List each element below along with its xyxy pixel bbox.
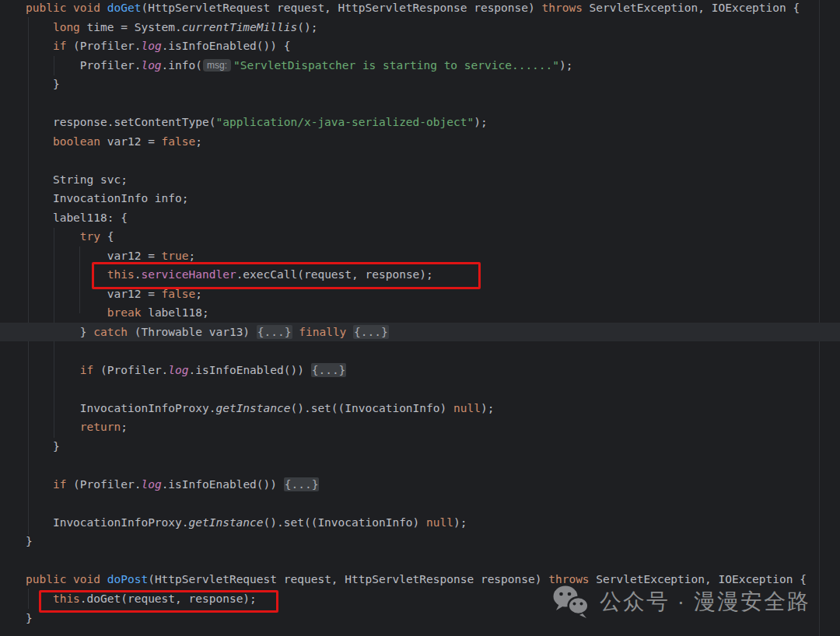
code-line[interactable]: long time = System.currentTimeMillis(); (0, 18, 840, 37)
code-line[interactable] (0, 151, 840, 170)
code-token: } (26, 440, 60, 453)
code-line[interactable]: label118: { (0, 208, 840, 228)
code-token: log (141, 478, 161, 491)
code-token: null (453, 402, 481, 414)
code-token: ; (121, 421, 128, 433)
code-token: break (107, 306, 142, 319)
annotation-box-highlight-execCall (92, 262, 481, 289)
code-token: label118: { (26, 211, 128, 224)
code-line[interactable] (0, 551, 840, 571)
code-token: false (162, 288, 196, 300)
code-token: (); (297, 21, 317, 33)
code-token: "application/x-java-serialized-object" (215, 116, 474, 128)
code-token: getInstance (189, 516, 264, 529)
code-token: public void (26, 573, 107, 585)
code-token: InvocationInfoProxy. (26, 516, 189, 529)
code-token: .isInfoEnabled()) (189, 364, 311, 376)
code-token: true (162, 250, 189, 262)
code-token: log (141, 59, 161, 72)
code-line-current[interactable]: } catch (Throwable var13) {...} finally … (0, 323, 840, 342)
code-token: catch (93, 326, 128, 338)
code-token: log (141, 40, 161, 52)
code-line[interactable]: } (0, 437, 840, 456)
code-token (26, 364, 80, 376)
code-line[interactable]: public void doPost(HttpServletRequest re… (0, 570, 840, 589)
code-token: ); (481, 402, 494, 414)
code-line[interactable]: if (Profiler.log.isInfoEnabled()) {...} (0, 361, 840, 380)
code-line[interactable]: } (0, 532, 840, 551)
code-token: (Profiler. (93, 364, 168, 376)
code-token: Profiler. (26, 59, 141, 72)
code-token: throws (541, 2, 582, 14)
code-token: ServletException, IOException { (583, 2, 800, 14)
code-line[interactable]: String svc; (0, 170, 840, 190)
code-token: try (80, 230, 100, 243)
code-line[interactable]: public void doGet(HttpServletRequest req… (0, 0, 840, 18)
code-token: } (26, 326, 93, 338)
code-token (292, 326, 299, 338)
inline-hint-badge: msg: (203, 59, 231, 72)
code-line[interactable] (0, 341, 840, 361)
code-token: if (53, 478, 66, 491)
code-token: return (80, 421, 121, 433)
folded-code-badge[interactable]: {...} (284, 477, 320, 491)
code-line[interactable]: return; (0, 418, 840, 437)
code-line[interactable]: boolean var12 = false; (0, 132, 840, 152)
folded-code-badge[interactable]: {...} (311, 363, 347, 377)
code-line[interactable]: try { (0, 227, 840, 246)
code-token: throws (548, 573, 589, 585)
code-token: response.setContentType( (26, 116, 215, 128)
code-token: doGet (107, 2, 142, 14)
code-token: false (162, 135, 196, 148)
code-line[interactable]: Profiler.log.info(msg:"ServletDispatcher… (0, 56, 840, 75)
code-token: public void (26, 2, 107, 14)
code-token: finally (299, 326, 346, 338)
code-token: getInstance (215, 402, 290, 414)
code-line[interactable]: response.setContentType("application/x-j… (0, 113, 840, 132)
code-token (26, 21, 53, 33)
code-token: (Throwable var13) (128, 326, 257, 338)
code-token: doPost (107, 573, 148, 585)
code-token: ); (474, 116, 487, 128)
code-line[interactable] (0, 494, 840, 513)
code-token: ().set((InvocationInfo) (290, 402, 453, 414)
code-token: (Profiler. (66, 40, 141, 52)
code-line[interactable]: InvocationInfo info; (0, 189, 840, 208)
code-line[interactable]: InvocationInfoProxy.getInstance().set((I… (0, 399, 840, 418)
code-token (26, 421, 80, 433)
code-token (346, 326, 353, 338)
code-area[interactable]: public void doGet(HttpServletRequest req… (0, 0, 840, 627)
code-line[interactable] (0, 379, 840, 399)
code-token: { (100, 230, 114, 243)
code-token: var12 = (26, 250, 162, 262)
code-token: ); (559, 59, 572, 72)
code-token: if (80, 364, 93, 376)
code-token (26, 306, 107, 319)
code-token: if (53, 40, 66, 52)
code-token: currentTimeMillis (182, 21, 297, 33)
code-line[interactable] (0, 94, 840, 114)
code-line[interactable]: } (0, 75, 840, 94)
code-line[interactable]: break label118; (0, 303, 840, 323)
code-token: boolean (53, 135, 100, 148)
code-token: ; (189, 250, 196, 262)
code-token: } (26, 612, 33, 624)
code-token: .info( (162, 59, 202, 72)
code-token: time = System. (80, 21, 182, 33)
code-editor[interactable]: public void doGet(HttpServletRequest req… (0, 0, 840, 636)
code-token: log (168, 364, 188, 376)
code-token: label118; (141, 306, 208, 319)
code-token: var12 = (26, 288, 162, 300)
code-token (26, 478, 53, 491)
code-line[interactable]: if (Profiler.log.isInfoEnabled()) { (0, 37, 840, 56)
code-token: (Profiler. (66, 478, 141, 491)
code-line[interactable]: if (Profiler.log.isInfoEnabled()) {...} (0, 475, 840, 494)
code-token: } (26, 78, 60, 90)
code-token: ; (195, 135, 202, 148)
folded-code-badge[interactable]: {...} (257, 325, 292, 339)
code-token (26, 230, 80, 243)
code-line[interactable]: InvocationInfoProxy.getInstance().set((I… (0, 513, 840, 533)
code-line[interactable] (0, 456, 840, 475)
folded-code-badge[interactable]: {...} (353, 325, 389, 339)
code-token: (HttpServletRequest request, HttpServlet… (141, 2, 541, 14)
